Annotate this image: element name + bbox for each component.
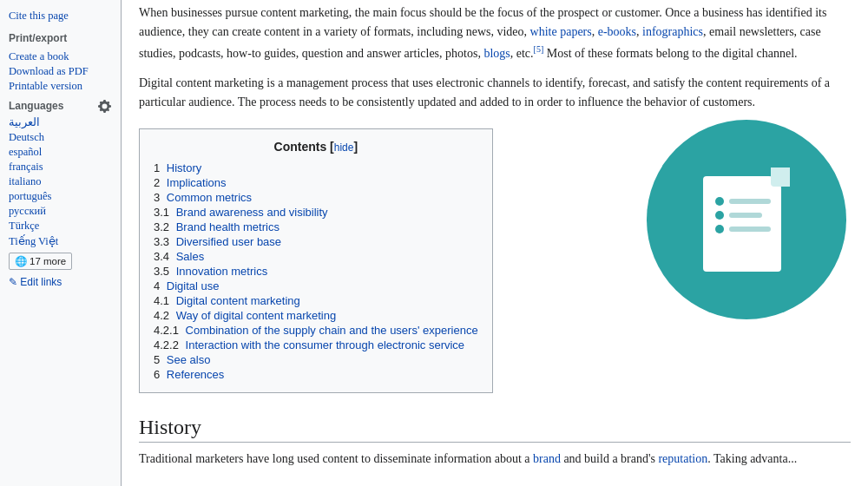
article-image bbox=[642, 120, 851, 319]
toc-item-4: 4 Digital use bbox=[154, 279, 478, 293]
white-papers-link[interactable]: white papers bbox=[530, 25, 592, 38]
contents-image-row: Contents [hide] 1 History 2 Implications… bbox=[139, 120, 851, 402]
toc-link-interaction[interactable]: 4.2.2 Interaction with the consumer thro… bbox=[154, 338, 464, 351]
toc-item-3: 3 Common metrics bbox=[154, 190, 478, 205]
infographics-link[interactable]: infographics bbox=[642, 25, 703, 38]
toc-link-digital-content[interactable]: 4.1 Digital content marketing bbox=[154, 294, 300, 307]
lang-es[interactable]: español bbox=[9, 145, 112, 160]
toc-link-sales[interactable]: 3.4 Sales bbox=[154, 250, 204, 263]
doc-line-1 bbox=[729, 199, 771, 204]
history-text: Traditional marketers have long used con… bbox=[139, 450, 851, 469]
toc-item-3-2: 3.2 Brand health metrics bbox=[154, 220, 478, 234]
contents-box: Contents [hide] 1 History 2 Implications… bbox=[139, 128, 493, 393]
languages-heading: Languages bbox=[9, 100, 63, 112]
lang-pt[interactable]: português bbox=[9, 189, 112, 204]
toc-list: 1 History 2 Implications 3 Common metric… bbox=[154, 161, 478, 382]
doc-line-2 bbox=[729, 213, 762, 218]
reputation-link[interactable]: reputation bbox=[658, 452, 707, 465]
toc-item-2: 2 Implications bbox=[154, 175, 478, 190]
brand-link[interactable]: brand bbox=[533, 452, 561, 465]
toc-link-brand-awareness[interactable]: 3.1 Brand awareness and visibility bbox=[154, 206, 328, 219]
toc-link-digital-use[interactable]: 4 Digital use bbox=[154, 279, 220, 292]
lang-fr[interactable]: français bbox=[9, 160, 112, 174]
toc-link-brand-health[interactable]: 3.2 Brand health metrics bbox=[154, 220, 279, 233]
cite-page-link[interactable]: Cite this page bbox=[9, 9, 112, 23]
main-content: When businesses pursue content marketing… bbox=[122, 0, 868, 486]
toc-item-3-5: 3.5 Innovation metrics bbox=[154, 264, 478, 279]
printable-link[interactable]: Printable version bbox=[9, 79, 112, 94]
more-languages-button[interactable]: 🌐 17 more bbox=[9, 253, 72, 270]
doc-body bbox=[703, 176, 781, 272]
toc-link-common-metrics[interactable]: 3 Common metrics bbox=[154, 191, 252, 204]
toc-item-6: 6 References bbox=[154, 367, 478, 382]
lang-vi[interactable]: Tiếng Việt bbox=[9, 233, 112, 249]
toc-item-5: 5 See also bbox=[154, 352, 478, 367]
toc-item-3-1: 3.1 Brand awareness and visibility bbox=[154, 205, 478, 220]
document-icon bbox=[703, 167, 790, 272]
language-links: العربية Deutsch español français italian… bbox=[0, 115, 121, 249]
toc-link-history[interactable]: 1 History bbox=[154, 161, 201, 174]
create-book-link[interactable]: Create a book bbox=[9, 49, 112, 64]
gear-icon[interactable] bbox=[98, 99, 112, 113]
doc-line-3 bbox=[729, 227, 771, 232]
more-icon: 🌐 bbox=[15, 255, 27, 267]
history-heading: History bbox=[139, 416, 851, 443]
toc-item-1: 1 History bbox=[154, 161, 478, 175]
contents-title-text: Contents bbox=[274, 140, 327, 154]
toc-link-see-also[interactable]: 5 See also bbox=[154, 353, 210, 366]
lang-de[interactable]: Deutsch bbox=[9, 130, 112, 145]
toc-item-4-1: 4.1 Digital content marketing bbox=[154, 293, 478, 308]
ebooks-link[interactable]: e-books bbox=[598, 25, 636, 38]
doc-dot-1 bbox=[715, 197, 724, 206]
doc-dot-3 bbox=[715, 225, 724, 233]
lang-ar[interactable]: العربية bbox=[9, 115, 112, 130]
download-pdf-link[interactable]: Download as PDF bbox=[9, 64, 112, 79]
toc-item-4-2-1: 4.2.1 Combination of the supply chain an… bbox=[154, 323, 478, 338]
toc-item-4-2: 4.2 Way of digital content marketing bbox=[154, 308, 478, 323]
teal-circle-bg bbox=[647, 120, 846, 319]
toc-link-innovation[interactable]: 3.5 Innovation metrics bbox=[154, 265, 267, 278]
toc-link-diversified-user[interactable]: 3.3 Diversified user base bbox=[154, 235, 281, 248]
ref-5[interactable]: [5] bbox=[534, 44, 544, 54]
toc-link-supply-chain[interactable]: 4.2.1 Combination of the supply chain an… bbox=[154, 324, 478, 337]
toc-link-references[interactable]: 6 References bbox=[154, 368, 224, 381]
more-count-label: 17 more bbox=[30, 256, 66, 266]
toc-item-3-3: 3.3 Diversified user base bbox=[154, 234, 478, 249]
print-export-heading: Print/export bbox=[0, 27, 121, 46]
lang-it[interactable]: italiano bbox=[9, 174, 112, 189]
toc-link-way-digital[interactable]: 4.2 Way of digital content marketing bbox=[154, 309, 336, 322]
lang-ru[interactable]: русский bbox=[9, 204, 112, 219]
blogs-link[interactable]: blogs bbox=[483, 46, 510, 59]
toc-link-implications[interactable]: 2 Implications bbox=[154, 176, 226, 189]
pencil-icon: ✎ bbox=[9, 276, 20, 288]
toc-item-4-2-2: 4.2.2 Interaction with the consumer thro… bbox=[154, 338, 478, 352]
contents-hide-link[interactable]: hide bbox=[334, 141, 354, 154]
intro-paragraph-2: Digital content marketing is a managemen… bbox=[139, 70, 851, 120]
doc-dot-2 bbox=[715, 211, 724, 220]
lang-tr[interactable]: Türkçe bbox=[9, 219, 112, 233]
toc-item-3-4: 3.4 Sales bbox=[154, 249, 478, 264]
doc-fold bbox=[771, 167, 790, 187]
contents-title: Contents [hide] bbox=[154, 140, 478, 154]
edit-links-link[interactable]: ✎ Edit links bbox=[9, 276, 62, 288]
intro-paragraph-1: When businesses pursue content marketing… bbox=[139, 0, 851, 70]
sidebar: Cite this page Print/export Create a boo… bbox=[0, 0, 122, 486]
